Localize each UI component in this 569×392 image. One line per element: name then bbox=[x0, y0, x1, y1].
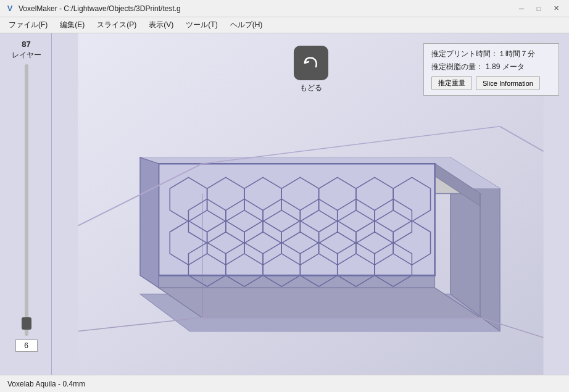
app-icon: V bbox=[5, 4, 15, 14]
menu-help[interactable]: ヘルプ(H) bbox=[224, 18, 269, 32]
title-bar-left: V VoxelMaker - C:/Lightwave/Objects/3DPr… bbox=[5, 4, 181, 14]
info-row-resin: 推定樹脂の量： 1.89 メータ bbox=[431, 62, 551, 72]
layer-label: レイヤー bbox=[12, 50, 41, 60]
slider-container[interactable] bbox=[20, 64, 33, 336]
title-controls: ─ □ ✕ bbox=[513, 2, 564, 15]
main-area: 87 レイヤー 6 もどる 推定プリント時間：１時間７分 bbox=[0, 33, 569, 375]
menu-file[interactable]: ファイル(F) bbox=[2, 18, 54, 32]
weight-button[interactable]: 推定重量 bbox=[431, 76, 472, 90]
maximize-button[interactable]: □ bbox=[531, 2, 547, 15]
resin-value: 1.89 メータ bbox=[486, 62, 525, 72]
back-button-label: もどる bbox=[300, 83, 322, 93]
back-button[interactable] bbox=[294, 46, 328, 80]
minimize-button[interactable]: ─ bbox=[513, 2, 530, 15]
menu-bar: ファイル(F) 編集(E) スライス(P) 表示(V) ツール(T) ヘルプ(H… bbox=[0, 17, 569, 33]
info-buttons: 推定重量 Slice Information bbox=[431, 76, 551, 90]
status-text: Voxelab Aquila - 0.4mm bbox=[7, 380, 85, 388]
menu-edit[interactable]: 編集(E) bbox=[54, 18, 91, 32]
left-panel: 87 レイヤー 6 bbox=[0, 33, 52, 375]
menu-slice[interactable]: スライス(P) bbox=[91, 18, 143, 32]
title-bar: V VoxelMaker - C:/Lightwave/Objects/3DPr… bbox=[0, 0, 569, 17]
resin-label: 推定樹脂の量： bbox=[431, 62, 483, 72]
print-time-label: 推定プリント時間：１時間７分 bbox=[431, 49, 535, 59]
close-button[interactable]: ✕ bbox=[548, 2, 564, 15]
info-row-time: 推定プリント時間：１時間７分 bbox=[431, 49, 551, 59]
slice-info-button[interactable]: Slice Information bbox=[476, 76, 540, 90]
svg-marker-36 bbox=[140, 157, 159, 288]
status-bar: Voxelab Aquila - 0.4mm bbox=[0, 375, 569, 392]
menu-tools[interactable]: ツール(T) bbox=[180, 18, 223, 32]
menu-view[interactable]: 表示(V) bbox=[143, 18, 180, 32]
layer-top-value: 87 bbox=[22, 40, 30, 49]
back-button-container: もどる bbox=[294, 46, 328, 93]
undo-icon bbox=[301, 53, 321, 73]
slider-thumb[interactable] bbox=[22, 317, 31, 330]
svg-marker-37 bbox=[159, 288, 480, 317]
slider-track bbox=[25, 64, 28, 336]
title-text: VoxelMaker - C:/Lightwave/Objects/3DPrin… bbox=[19, 4, 181, 13]
view-area[interactable]: もどる 推定プリント時間：１時間７分 推定樹脂の量： 1.89 メータ 推定重量… bbox=[52, 33, 569, 375]
layer-bottom-value: 6 bbox=[15, 340, 38, 352]
info-panel: 推定プリント時間：１時間７分 推定樹脂の量： 1.89 メータ 推定重量 Sli… bbox=[423, 43, 559, 96]
vertical-divider bbox=[51, 33, 52, 375]
